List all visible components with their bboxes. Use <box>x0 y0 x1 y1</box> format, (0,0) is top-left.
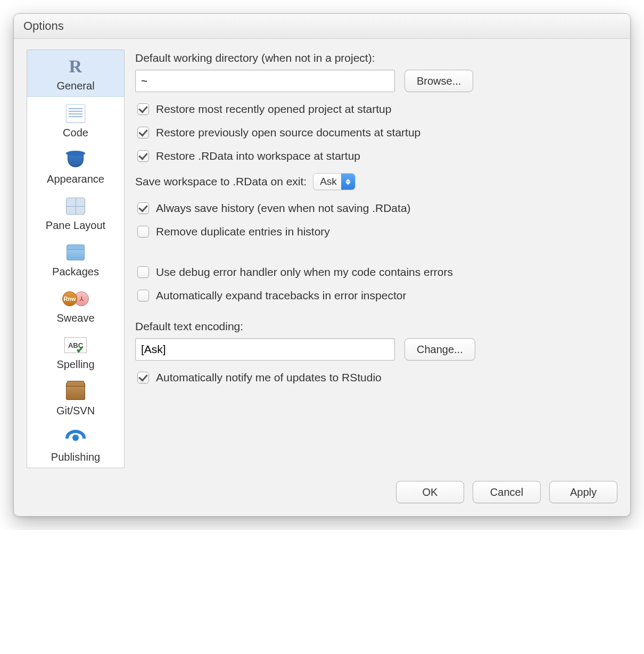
restore-rdata-row[interactable]: Restore .RData into workspace at startup <box>135 149 612 164</box>
restore-docs-checkbox[interactable] <box>137 127 149 138</box>
always-save-history-row[interactable]: Always save history (even when not savin… <box>135 201 612 216</box>
sidebar-item-general[interactable]: R General <box>27 50 124 97</box>
category-sidebar: R General Code Appearance Pane Layout Pa… <box>27 50 125 468</box>
browse-button[interactable]: Browse... <box>404 70 473 92</box>
checkbox-label: Restore previously open source documents… <box>156 126 420 139</box>
working-dir-input[interactable] <box>135 70 395 92</box>
sidebar-item-sweave[interactable]: Rnw⅄ Sweave <box>27 282 124 329</box>
auto-expand-tracebacks-checkbox[interactable] <box>137 290 149 301</box>
checkbox-label: Remove duplicate entries in history <box>156 225 330 238</box>
dropdown-arrows-icon <box>341 174 355 190</box>
sidebar-item-label: Git/SVN <box>56 405 95 417</box>
checkbox-label: Use debug error handler only when my cod… <box>156 266 453 279</box>
always-save-history-checkbox[interactable] <box>137 202 149 214</box>
code-icon <box>62 102 89 125</box>
sidebar-item-git-svn[interactable]: Git/SVN <box>27 375 124 421</box>
checkbox-label: Always save history (even when not savin… <box>156 202 411 215</box>
remove-dup-history-checkbox[interactable] <box>137 226 149 238</box>
restore-docs-row[interactable]: Restore previously open source documents… <box>135 125 612 140</box>
pane-layout-icon <box>62 195 89 217</box>
notify-updates-checkbox[interactable] <box>137 372 149 383</box>
working-dir-label: Default working directory (when not in a… <box>135 52 612 64</box>
dialog-footer: OK Cancel Apply <box>14 475 630 516</box>
save-workspace-label: Save workspace to .RData on exit: <box>135 175 307 188</box>
remove-dup-history-row[interactable]: Remove duplicate entries in history <box>135 224 612 239</box>
sidebar-item-label: Code <box>63 127 88 139</box>
sidebar-item-label: Publishing <box>51 451 100 463</box>
debug-handler-row[interactable]: Use debug error handler only when my cod… <box>135 265 612 280</box>
debug-handler-checkbox[interactable] <box>137 266 149 278</box>
auto-expand-tracebacks-row[interactable]: Automatically expand tracebacks in error… <box>135 288 612 303</box>
sidebar-item-publishing[interactable]: Publishing <box>27 421 124 468</box>
sidebar-item-spelling[interactable]: ABC Spelling <box>27 329 124 375</box>
ok-button[interactable]: OK <box>396 481 464 503</box>
checkbox-label: Restore most recently opened project at … <box>156 103 391 116</box>
save-workspace-select[interactable]: Ask <box>313 173 356 190</box>
publish-icon <box>62 427 89 449</box>
checkbox-label: Restore .RData into workspace at startup <box>156 150 360 162</box>
cardboard-box-icon <box>62 380 89 403</box>
spellcheck-icon: ABC <box>62 334 89 356</box>
notify-updates-row[interactable]: Automatically notify me of updates to RS… <box>135 370 612 385</box>
general-settings-panel: Default working directory (when not in a… <box>135 50 617 468</box>
cancel-button[interactable]: Cancel <box>473 481 541 503</box>
package-icon <box>62 241 89 264</box>
options-dialog: Options R General Code Appearance Pane L… <box>13 13 631 517</box>
restore-project-row[interactable]: Restore most recently opened project at … <box>135 102 612 117</box>
restore-rdata-checkbox[interactable] <box>137 150 149 162</box>
sidebar-item-label: Sweave <box>56 312 94 324</box>
sidebar-item-appearance[interactable]: Appearance <box>27 143 124 190</box>
sidebar-item-label: General <box>56 80 94 92</box>
r-icon: R <box>62 55 89 78</box>
select-value: Ask <box>320 176 337 187</box>
checkbox-label: Automatically expand tracebacks in error… <box>156 289 406 302</box>
paint-bucket-icon <box>62 149 89 171</box>
window-title: Options <box>14 14 630 39</box>
change-encoding-button[interactable]: Change... <box>404 338 475 361</box>
checkbox-label: Automatically notify me of updates to RS… <box>156 371 382 384</box>
sidebar-item-pane-layout[interactable]: Pane Layout <box>27 190 124 236</box>
encoding-label: Default text encoding: <box>135 320 612 333</box>
sidebar-item-label: Spelling <box>56 358 94 371</box>
encoding-input[interactable] <box>135 338 395 361</box>
sidebar-item-label: Packages <box>52 266 99 278</box>
apply-button[interactable]: Apply <box>549 481 617 503</box>
sidebar-item-label: Appearance <box>47 173 104 185</box>
sweave-icon: Rnw⅄ <box>62 288 89 310</box>
sidebar-item-code[interactable]: Code <box>27 97 124 143</box>
sidebar-item-label: Pane Layout <box>46 219 105 232</box>
sidebar-item-packages[interactable]: Packages <box>27 236 124 282</box>
restore-project-checkbox[interactable] <box>137 103 149 115</box>
